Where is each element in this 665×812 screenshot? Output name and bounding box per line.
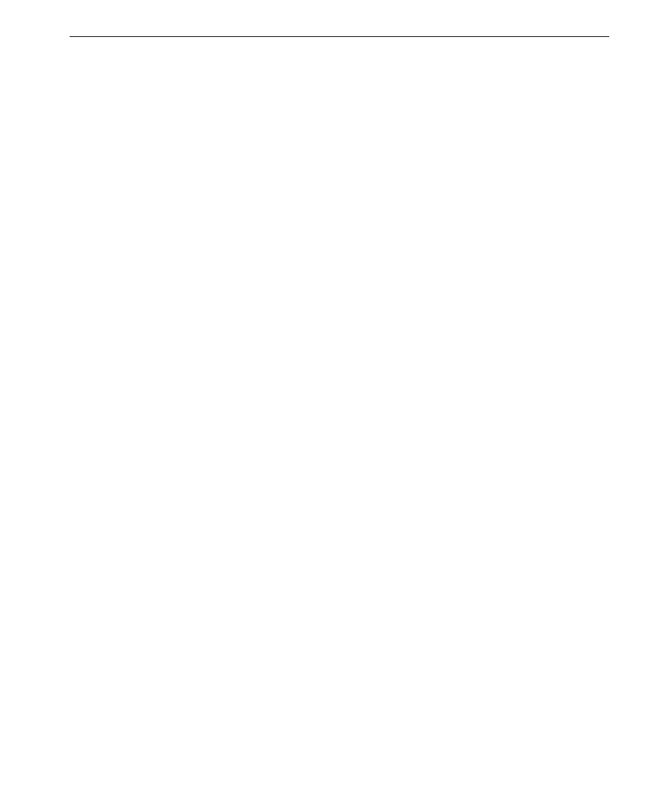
page-header: [70, 35, 609, 37]
